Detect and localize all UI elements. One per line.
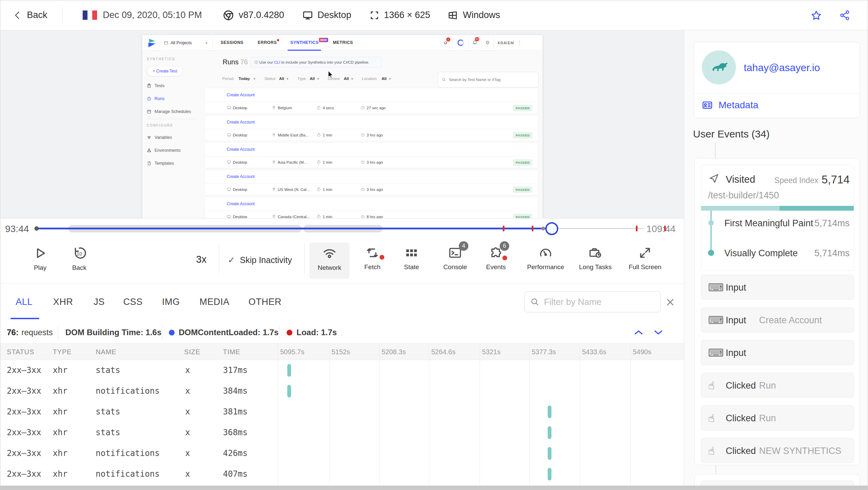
filter-box[interactable] <box>525 291 661 312</box>
app-sidebar-item-tests[interactable]: Tests <box>147 83 164 88</box>
app-user-menu[interactable]: KRAIEM <box>498 41 514 45</box>
app-sidebar-item-variables[interactable]: Variables <box>147 135 172 140</box>
run-group[interactable]: Create Account Desktop Canada (Central..… <box>205 197 538 218</box>
network-request-row[interactable]: 2xx–3xx xhr stats x 317ms <box>0 360 684 381</box>
performance-panel-button[interactable]: Performance <box>525 245 566 271</box>
run-row[interactable]: Desktop Asia Pacific (M... 1 min 3 hrs a… <box>205 156 538 168</box>
run-group[interactable]: Create Account Desktop Asia Pacific (M..… <box>205 142 538 168</box>
events-panel-button[interactable]: 6 Events <box>476 245 516 271</box>
run-group[interactable]: Create Account Desktop Middle East (Ba..… <box>205 115 538 141</box>
cli-link[interactable]: CLI <box>274 60 280 64</box>
id-card-icon <box>702 99 713 111</box>
user-event-item[interactable]: ⌨ Input Create Account <box>701 307 854 332</box>
divider <box>212 37 213 49</box>
network-tab-img[interactable]: IMG <box>162 297 180 307</box>
app-sidebar-item-runs[interactable]: Runs <box>147 96 164 101</box>
timeline-tick: 5321s <box>482 344 501 360</box>
network-tab-media[interactable]: MEDIA <box>199 297 229 307</box>
app-tab-metrics[interactable]: METRICS <box>333 40 353 45</box>
run-test-name-link[interactable]: Create Account <box>227 93 255 97</box>
network-request-row[interactable]: 2xx–3xx xhr notifications x 384ms <box>0 381 684 402</box>
playhead-handle[interactable] <box>545 222 558 235</box>
request-size: x <box>185 464 190 485</box>
announcements-icon[interactable]: 1 <box>443 40 449 46</box>
run-row[interactable]: Desktop Middle East (Ba... 1 min 3 hrs a… <box>205 129 538 141</box>
user-event-item[interactable]: ⌨ Input <box>701 275 854 300</box>
filter-device-value[interactable]: All <box>344 77 349 81</box>
run-group[interactable]: Create Account Desktop US West (N. Cal..… <box>205 169 538 195</box>
create-test-button[interactable]: + Create Test <box>147 66 183 76</box>
playback-speed-button[interactable]: 3x <box>196 254 207 265</box>
network-tab-css[interactable]: CSS <box>123 297 143 307</box>
back-10s-button[interactable]: 10 Back <box>59 245 100 272</box>
filter-input[interactable] <box>544 297 646 307</box>
filter-type-value[interactable]: All <box>310 77 315 81</box>
user-event-item[interactable]: ☝ Clicked Run <box>701 405 854 430</box>
request-name: stats <box>96 422 120 443</box>
run-test-name-link[interactable]: Create Account <box>227 174 255 179</box>
app-sidebar-item-templates[interactable]: Templates <box>147 161 174 166</box>
app-tab-synthetics[interactable]: SYNTHETICS <box>290 40 319 45</box>
app-sidebar-item-manage-schedules[interactable]: Manage Schedules <box>147 109 191 114</box>
app-tab-sessions[interactable]: SESSIONS <box>221 40 243 45</box>
network-request-row[interactable]: 2xx–3xx xhr stats x 368ms <box>0 422 684 443</box>
full-screen-button[interactable]: Full Screen <box>625 245 665 271</box>
request-timing-bar <box>548 426 551 439</box>
event-marker[interactable] <box>636 226 638 231</box>
metadata-button[interactable]: Metadata <box>702 99 758 111</box>
jump-next-icon[interactable] <box>653 327 664 338</box>
event-marker[interactable] <box>664 226 666 231</box>
run-row[interactable]: Desktop US West (N. Cal... 1 min 3 hrs a… <box>205 183 538 195</box>
run-row[interactable]: Desktop Belgium 4 secs 27 sec ago PASSED <box>205 102 538 114</box>
app-search-box[interactable] <box>438 72 539 87</box>
console-panel-button[interactable]: 4 Console <box>435 245 476 271</box>
network-tab-js[interactable]: JS <box>94 297 105 307</box>
info-icon: ⓘ <box>254 60 259 64</box>
user-event-item[interactable]: ☝ Clicked NEW SYNTHETICS <box>701 438 854 463</box>
app-sidebar-item-environments[interactable]: Environments <box>147 148 180 153</box>
run-test-name-link[interactable]: Create Account <box>227 120 255 125</box>
visited-event-card[interactable]: Visited Speed Index 5,714 /test-builder/… <box>701 165 854 271</box>
event-marker[interactable] <box>503 226 504 231</box>
share-icon[interactable] <box>840 10 851 21</box>
notifications-bell-icon[interactable]: 33 <box>472 39 478 46</box>
network-panel-button[interactable]: Network <box>309 245 350 272</box>
app-search-input[interactable] <box>449 78 531 82</box>
run-group[interactable]: Create Account Desktop Belgium 4 secs 27… <box>205 88 538 114</box>
network-summary-bar: 76: requests DOM Building Time: 1.6s DOM… <box>0 321 684 344</box>
state-panel-button[interactable]: State <box>391 245 432 271</box>
kebab-menu-icon[interactable]: ⋮ <box>517 40 522 45</box>
event-marker[interactable] <box>532 226 533 231</box>
close-panel-icon[interactable] <box>665 297 676 308</box>
network-tab-xhr[interactable]: XHR <box>53 297 73 307</box>
user-event-item[interactable]: ⌨ Input <box>701 340 854 365</box>
filter-status-value[interactable]: All <box>279 77 284 81</box>
location-pin-icon <box>272 160 276 164</box>
filter-location-value[interactable]: All <box>382 77 387 81</box>
run-test-name-link[interactable]: Create Account <box>227 147 255 152</box>
skip-inactivity-toggle[interactable]: ✓ Skip Inactivity <box>228 255 292 265</box>
favorite-star-icon[interactable] <box>810 10 822 21</box>
play-button[interactable]: Play <box>20 245 61 272</box>
filter-period-value[interactable]: Today <box>239 77 250 81</box>
network-request-row[interactable]: 2xx–3xx xhr stats x 381ms <box>0 402 684 422</box>
user-email-link[interactable]: tahay@asayer.io <box>744 62 820 74</box>
timeline-gray-marker <box>541 227 545 230</box>
user-event-item[interactable]: ☝ Clicked Run <box>701 373 854 398</box>
timeline-tick: 5208.3s <box>382 344 406 360</box>
long-tasks-panel-button[interactable]: Long Tasks <box>575 245 616 271</box>
network-request-row[interactable]: 2xx–3xx xhr notifications x 426ms <box>0 443 684 464</box>
errors-dot <box>277 39 279 41</box>
network-request-row[interactable]: 2xx–3xx xhr notifications x 407ms <box>0 464 684 485</box>
run-row[interactable]: Desktop Canada (Central... 1 min 8 hrs a… <box>205 211 538 218</box>
back-button[interactable]: Back <box>13 10 47 20</box>
network-tab-other[interactable]: OTHER <box>248 297 282 307</box>
app-tab-errors[interactable]: ERRORS <box>258 40 277 45</box>
fetch-panel-button[interactable]: Fetch <box>352 245 393 271</box>
jump-previous-icon[interactable] <box>633 327 644 338</box>
settings-gear-icon[interactable]: ⚙ <box>485 40 490 45</box>
run-test-name-link[interactable]: Create Account <box>227 201 255 206</box>
project-selector[interactable]: All Projects <box>171 40 192 45</box>
horizontal-scrollbar[interactable] <box>0 486 868 490</box>
network-tab-all[interactable]: ALL <box>16 297 33 307</box>
